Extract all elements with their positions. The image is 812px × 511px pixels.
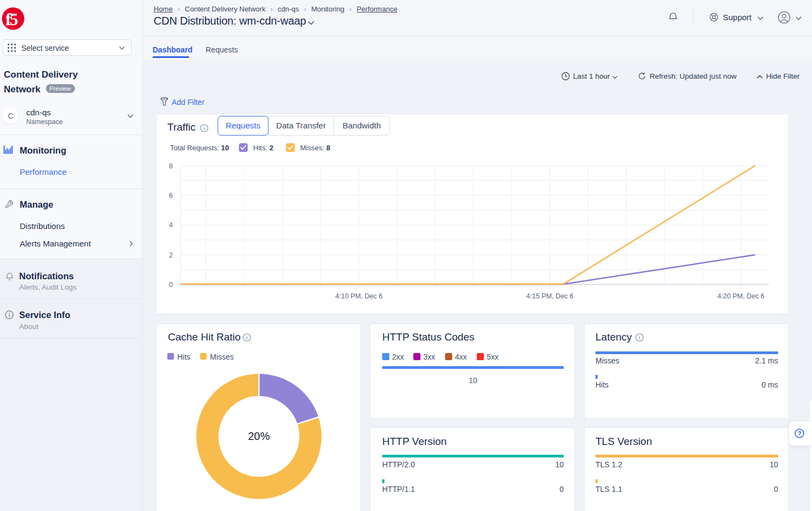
svg-text:4: 4: [169, 221, 173, 229]
svg-text:4:15 PM, Dec 6: 4:15 PM, Dec 6: [527, 292, 574, 300]
svg-text:4:10 PM, Dec 6: 4:10 PM, Dec 6: [335, 292, 382, 300]
svg-text:f5: f5: [5, 10, 18, 29]
svg-text:20%: 20%: [248, 430, 270, 442]
svg-text:4:20 PM, Dec 6: 4:20 PM, Dec 6: [717, 292, 764, 300]
svg-text:0: 0: [169, 281, 173, 289]
svg-text:8: 8: [169, 162, 173, 170]
svg-text:2: 2: [169, 251, 173, 259]
svg-text:6: 6: [169, 192, 173, 199]
svg-text:?: ?: [798, 430, 802, 437]
